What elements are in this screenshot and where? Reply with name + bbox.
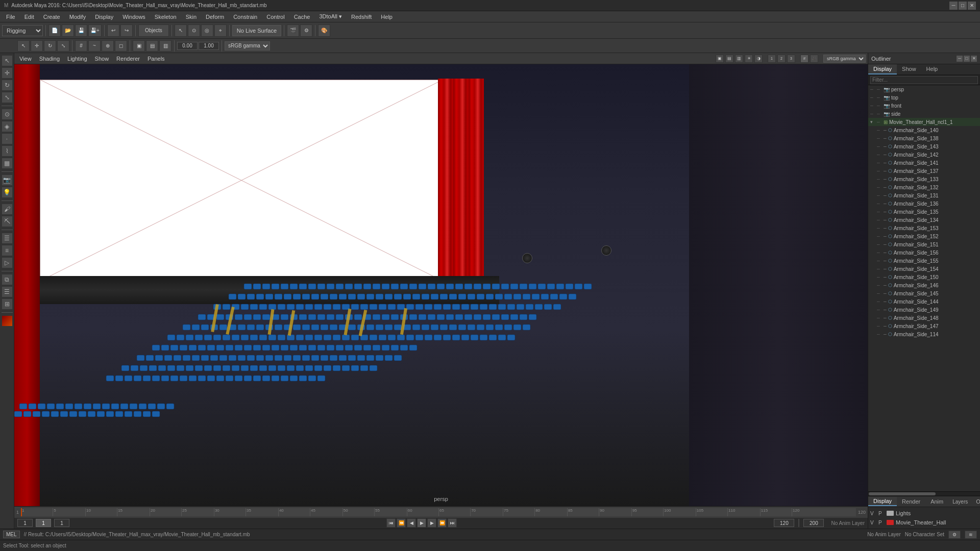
vp-menu-panels[interactable]: Panels [144,55,168,62]
open-scene-button[interactable]: 📂 [62,24,74,37]
outliner-armchair-148[interactable]: ─ ─ ⬡ Armchair_Side_148 [868,314,980,322]
vp-res-med[interactable]: 2 [777,55,786,63]
go-to-start-button[interactable]: ⏮ [386,518,396,528]
vp-menu-lighting[interactable]: Lighting [64,55,90,62]
outliner-armchair-142[interactable]: ─ ─ ⬡ Armchair_Side_142 [868,151,980,159]
select-mode-btn[interactable]: ↖ [2,55,13,66]
outliner-armchair-137[interactable]: ─ ─ ⬡ Armchair_Side_137 [868,167,980,175]
menu-deform[interactable]: Deform [202,13,228,21]
viewport[interactable]: persp [14,64,868,506]
attr-btn[interactable]: ≡ [2,245,13,256]
anim-blend-btn[interactable]: ≋ [965,531,977,539]
outliner-armchair-134[interactable]: ─ ─ ⬡ Armchair_Side_134 [868,216,980,224]
vp-light-toggle[interactable]: ☀ [745,55,753,63]
tab-help[interactable]: Help [921,64,943,74]
layers-options[interactable]: Options [972,497,980,506]
edge-mode-btn[interactable]: ⌇ [2,145,13,157]
move-mode-btn[interactable]: ✛ [2,67,13,79]
outliner-armchair-152[interactable]: ─ ─ ⬡ Armchair_Side_152 [868,232,980,240]
vp-camera-toggle[interactable]: 🎥 [810,55,818,63]
select-tool-button[interactable]: ↖ [175,24,187,37]
select-tool2[interactable]: ↖ [17,40,30,52]
paint-weights-btn[interactable]: 🖌 [2,204,13,215]
vp-wireframe-toggle[interactable]: ▣ [716,55,724,63]
vertex-mode-btn[interactable]: · [2,133,13,144]
outliner-armchair-140[interactable]: ─ ─ ⬡ Armchair_Side_140 [868,126,980,134]
soft-select-btn[interactable]: ⊙ [2,109,13,120]
outliner-armchair-133[interactable]: ─ ─ ⬡ Armchair_Side_133 [868,175,980,183]
timeline-row[interactable]: 1 1 5 10 15 20 25 30 35 40 45 50 [14,507,868,518]
vp-res-high[interactable]: 3 [787,55,795,63]
wireframe-btn[interactable]: ▣ [133,40,145,52]
undo-button[interactable]: ↩ [107,24,119,37]
layer-theater-visibility[interactable]: V [870,520,876,525]
paint-select-button[interactable]: ◎ [201,24,213,37]
layer-lights-visibility[interactable]: V [870,511,876,516]
outliner-scrollbar[interactable] [868,491,980,495]
snap-point[interactable]: ⊕ [102,40,114,52]
menu-file[interactable]: File [2,13,19,21]
channel-value-2[interactable]: 1.00 [199,42,219,50]
menu-skeleton[interactable]: Skeleton [151,13,181,21]
snap-grid[interactable]: # [75,40,87,52]
vp-shaded-toggle[interactable]: ▤ [725,55,733,63]
end-frame-input-2[interactable] [54,519,69,527]
bottom-tab-anim[interactable]: Anim [925,497,948,506]
start-frame-input[interactable] [17,519,33,527]
close-button[interactable]: ✕ [968,2,976,10]
outliner-armchair-144[interactable]: ─ ─ ⬡ Armchair_Side_144 [868,297,980,306]
render-view-button[interactable]: 🎬 [287,24,299,37]
outliner-armchair-114[interactable]: ─ ─ ⬡ Armchair_Side_114 [868,330,980,338]
vp-grid-toggle[interactable]: # [800,55,808,63]
bottom-tab-render[interactable]: Render [897,497,925,506]
component-mode-btn[interactable]: ◈ [2,121,13,132]
render-options-button[interactable]: ⚙ [300,24,312,37]
hypershade-button[interactable]: 🎨 [318,24,330,37]
outliner-armchair-136[interactable]: ─ ─ ⬡ Armchair_Side_136 [868,199,980,208]
save-scene-button[interactable]: 💾 [75,24,87,37]
outliner-armchair-132[interactable]: ─ ─ ⬡ Armchair_Side_132 [868,183,980,191]
layer-theater-render[interactable]: P [878,520,885,525]
render-btn-l[interactable]: ▷ [2,257,13,268]
vp-res-low[interactable]: 1 [768,55,776,63]
vp-shadow-toggle[interactable]: ◑ [754,55,763,63]
shaded-btn[interactable]: ▤ [146,40,158,52]
outliner-item-side[interactable]: ─ ─ 📷 side [868,110,980,118]
outliner-close[interactable]: ✕ [971,56,977,62]
outliner-armchair-154[interactable]: ─ ─ ⬡ Armchair_Side_154 [868,265,980,273]
outliner-list[interactable]: ─ ─ 📷 persp ─ ─ 📷 top ─ ─ 📷 front [868,85,980,491]
outliner-minimize[interactable]: ─ [957,56,963,62]
layer-movie-theater[interactable]: V P Movie_Theater_Hall [868,518,980,527]
textured-btn[interactable]: ▥ [159,40,172,52]
viewport-gamma-selector[interactable]: sRGB gamma [823,55,866,63]
outliner-armchair-149[interactable]: ─ ─ ⬡ Armchair_Side_149 [868,306,980,314]
menu-create[interactable]: Create [39,13,64,21]
next-keyframe-button[interactable]: ⏩ [437,518,447,528]
outliner-armchair-141[interactable]: ─ ─ ⬡ Armchair_Side_141 [868,159,980,167]
prev-keyframe-button[interactable]: ⏪ [397,518,406,528]
menu-help[interactable]: Help [377,13,397,21]
save-as-button[interactable]: 💾+ [88,24,102,37]
menu-edit[interactable]: Edit [20,13,38,21]
outliner-armchair-147[interactable]: ─ ─ ⬡ Armchair_Side_147 [868,322,980,330]
new-scene-button[interactable]: 📄 [48,24,61,37]
scale-tool[interactable]: ⤡ [57,40,69,52]
bottom-tab-display[interactable]: Display [868,497,897,506]
move-tool[interactable]: ✛ [31,40,43,52]
outliner-armchair-153[interactable]: ─ ─ ⬡ Armchair_Side_153 [868,224,980,232]
channel-value-1[interactable]: 0.00 [177,42,198,50]
channel-btn-l[interactable]: ☰ [2,286,13,297]
menu-constrain[interactable]: Constrain [229,13,261,21]
outliner-armchair-151[interactable]: ─ ─ ⬡ Armchair_Side_151 [868,240,980,248]
layer-lights-render[interactable]: P [878,511,885,516]
total-frames-input[interactable] [803,519,824,527]
outliner-root-item[interactable]: ▾ ─ ⊞ Movie_Theater_Hall_ncl1_1 [868,118,980,126]
menu-windows[interactable]: Windows [118,13,150,21]
face-mode-btn[interactable]: ▦ [2,158,13,169]
play-button[interactable]: ▶ [417,518,426,528]
end-frame-input[interactable] [774,519,794,527]
sculpt-btn[interactable]: ⛏ [2,216,13,227]
snap-curve[interactable]: ~ [88,40,101,52]
outliner-armchair-135[interactable]: ─ ─ ⬡ Armchair_Side_135 [868,208,980,216]
vp-menu-shading[interactable]: Shading [36,55,63,62]
